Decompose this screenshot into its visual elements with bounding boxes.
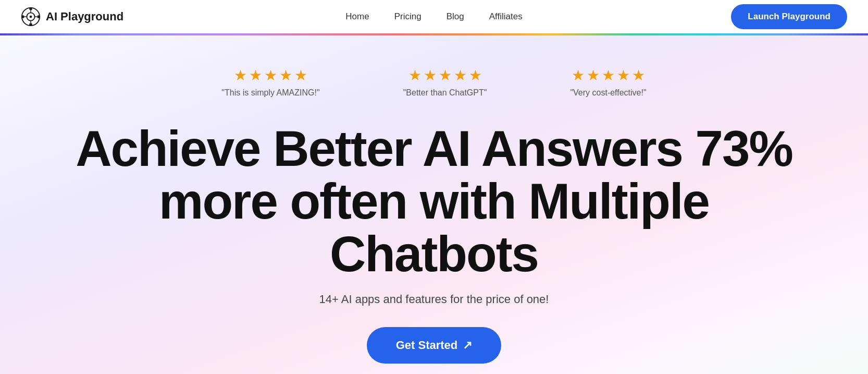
star: ★ <box>294 67 307 84</box>
stars-3: ★ ★ ★ ★ ★ <box>572 67 645 84</box>
hero-section: ★ ★ ★ ★ ★ "This is simply AMAZING!" ★ ★ … <box>0 35 868 374</box>
stars-1: ★ ★ ★ ★ ★ <box>234 67 307 84</box>
hero-heading: Achieve Better AI Answers 73% more often… <box>69 123 799 280</box>
star: ★ <box>587 67 600 84</box>
stars-2: ★ ★ ★ ★ ★ <box>408 67 482 84</box>
nav-blog[interactable]: Blog <box>447 11 464 22</box>
star: ★ <box>469 67 482 84</box>
star: ★ <box>572 67 585 84</box>
review-item-2: ★ ★ ★ ★ ★ "Better than ChatGPT" <box>403 67 487 98</box>
review-item-3: ★ ★ ★ ★ ★ "Very cost-effective!" <box>570 67 646 98</box>
review-text-2: "Better than ChatGPT" <box>403 88 487 98</box>
nav-home[interactable]: Home <box>345 11 369 22</box>
main-nav: Home Pricing Blog Affiliates <box>345 11 522 22</box>
star: ★ <box>408 67 421 84</box>
logo-text: AI Playground <box>46 10 123 23</box>
nav-affiliates[interactable]: Affiliates <box>489 11 523 22</box>
svg-point-3 <box>29 23 32 26</box>
star: ★ <box>234 67 247 84</box>
review-text-3: "Very cost-effective!" <box>570 88 646 98</box>
svg-point-6 <box>30 15 32 18</box>
get-started-label: Get Started <box>396 339 458 352</box>
reviews-row: ★ ★ ★ ★ ★ "This is simply AMAZING!" ★ ★ … <box>95 67 773 98</box>
svg-point-5 <box>37 15 40 18</box>
svg-point-4 <box>21 15 24 18</box>
star: ★ <box>424 67 437 84</box>
launch-playground-button[interactable]: Launch Playground <box>731 4 847 29</box>
svg-point-2 <box>29 7 32 10</box>
arrow-icon: ↗ <box>463 339 472 352</box>
logo[interactable]: AI Playground <box>21 7 123 27</box>
star: ★ <box>249 67 262 84</box>
star: ★ <box>602 67 615 84</box>
logo-icon <box>21 7 41 27</box>
star: ★ <box>439 67 452 84</box>
nav-pricing[interactable]: Pricing <box>394 11 421 22</box>
navbar: AI Playground Home Pricing Blog Affiliat… <box>0 0 868 33</box>
star: ★ <box>264 67 277 84</box>
review-text-1: "This is simply AMAZING!" <box>221 88 319 98</box>
get-started-button[interactable]: Get Started ↗ <box>367 327 502 364</box>
star: ★ <box>454 67 467 84</box>
star: ★ <box>279 67 292 84</box>
star: ★ <box>632 67 645 84</box>
star: ★ <box>617 67 630 84</box>
hero-subtext: 14+ AI apps and features for the price o… <box>319 293 549 306</box>
review-item-1: ★ ★ ★ ★ ★ "This is simply AMAZING!" <box>221 67 319 98</box>
